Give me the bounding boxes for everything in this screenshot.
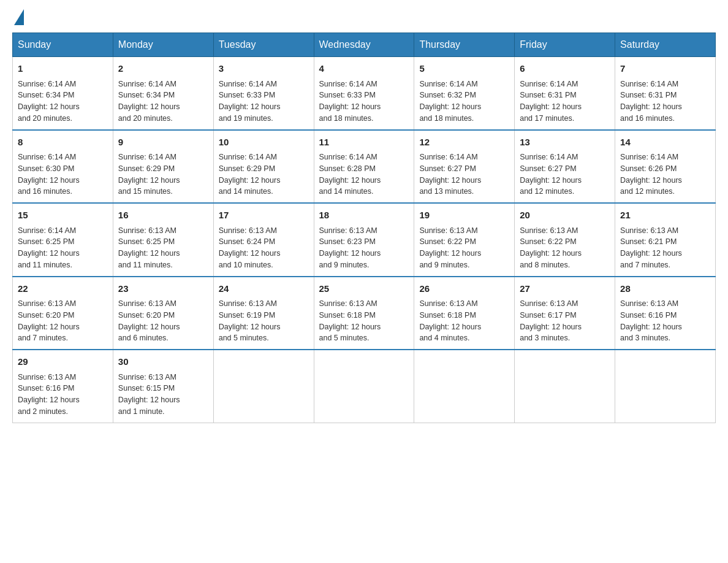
day-info: Sunrise: 6:14 AMSunset: 6:31 PMDaylight:…: [620, 79, 710, 124]
calendar-week-row: 1Sunrise: 6:14 AMSunset: 6:34 PMDaylight…: [13, 57, 716, 130]
calendar-day-cell: 4Sunrise: 6:14 AMSunset: 6:33 PMDaylight…: [314, 57, 414, 130]
day-number: 22: [18, 282, 108, 296]
day-info: Sunrise: 6:13 AMSunset: 6:16 PMDaylight:…: [620, 298, 710, 344]
day-info: Sunrise: 6:14 AMSunset: 6:27 PMDaylight:…: [520, 151, 610, 197]
day-info: Sunrise: 6:14 AMSunset: 6:34 PMDaylight:…: [118, 79, 208, 124]
day-info: Sunrise: 6:13 AMSunset: 6:18 PMDaylight:…: [319, 298, 409, 344]
day-info: Sunrise: 6:14 AMSunset: 6:31 PMDaylight:…: [520, 79, 610, 124]
day-info: Sunrise: 6:14 AMSunset: 6:33 PMDaylight:…: [219, 79, 309, 124]
day-number: 15: [18, 209, 108, 223]
calendar-day-cell: 11Sunrise: 6:14 AMSunset: 6:28 PMDayligh…: [314, 130, 414, 204]
calendar-day-cell: 13Sunrise: 6:14 AMSunset: 6:27 PMDayligh…: [515, 130, 615, 204]
weekday-header-monday: Monday: [113, 33, 213, 57]
day-info: Sunrise: 6:13 AMSunset: 6:20 PMDaylight:…: [18, 298, 108, 344]
calendar-day-cell: 15Sunrise: 6:14 AMSunset: 6:25 PMDayligh…: [13, 203, 113, 277]
day-number: 29: [18, 355, 108, 369]
calendar-table: SundayMondayTuesdayWednesdayThursdayFrid…: [12, 33, 716, 423]
calendar-day-cell: 2Sunrise: 6:14 AMSunset: 6:34 PMDaylight…: [113, 57, 213, 130]
day-number: 10: [219, 136, 309, 150]
calendar-day-cell: [213, 350, 314, 423]
day-info: Sunrise: 6:13 AMSunset: 6:23 PMDaylight:…: [319, 225, 409, 271]
day-info: Sunrise: 6:13 AMSunset: 6:17 PMDaylight:…: [520, 298, 610, 344]
day-number: 24: [219, 282, 309, 296]
day-info: Sunrise: 6:14 AMSunset: 6:28 PMDaylight:…: [319, 151, 409, 197]
calendar-day-cell: [615, 350, 716, 423]
day-number: 4: [319, 62, 409, 76]
day-number: 7: [620, 62, 710, 76]
calendar-day-cell: 9Sunrise: 6:14 AMSunset: 6:29 PMDaylight…: [113, 130, 213, 204]
calendar-day-cell: 26Sunrise: 6:13 AMSunset: 6:18 PMDayligh…: [414, 277, 515, 350]
calendar-week-row: 29Sunrise: 6:13 AMSunset: 6:16 PMDayligh…: [13, 350, 716, 423]
calendar-day-cell: 7Sunrise: 6:14 AMSunset: 6:31 PMDaylight…: [615, 57, 716, 130]
calendar-day-cell: 16Sunrise: 6:13 AMSunset: 6:25 PMDayligh…: [113, 203, 213, 277]
calendar-week-row: 8Sunrise: 6:14 AMSunset: 6:30 PMDaylight…: [13, 130, 716, 204]
calendar-day-cell: 21Sunrise: 6:13 AMSunset: 6:21 PMDayligh…: [615, 203, 716, 277]
day-number: 16: [118, 209, 208, 223]
day-info: Sunrise: 6:13 AMSunset: 6:21 PMDaylight:…: [620, 225, 710, 271]
logo-triangle-icon: [14, 9, 24, 25]
calendar-day-cell: 19Sunrise: 6:13 AMSunset: 6:22 PMDayligh…: [414, 203, 515, 277]
calendar-day-cell: 30Sunrise: 6:13 AMSunset: 6:15 PMDayligh…: [113, 350, 213, 423]
page-header: [12, 12, 716, 20]
calendar-day-cell: 29Sunrise: 6:13 AMSunset: 6:16 PMDayligh…: [13, 350, 113, 423]
day-info: Sunrise: 6:13 AMSunset: 6:20 PMDaylight:…: [118, 298, 208, 344]
day-number: 20: [520, 209, 610, 223]
day-number: 6: [520, 62, 610, 76]
weekday-header-saturday: Saturday: [615, 33, 716, 57]
calendar-day-cell: 27Sunrise: 6:13 AMSunset: 6:17 PMDayligh…: [515, 277, 615, 350]
calendar-day-cell: 22Sunrise: 6:13 AMSunset: 6:20 PMDayligh…: [13, 277, 113, 350]
day-number: 13: [520, 136, 610, 150]
weekday-header-tuesday: Tuesday: [213, 33, 314, 57]
logo: [12, 12, 26, 20]
weekday-header-thursday: Thursday: [414, 33, 515, 57]
calendar-day-cell: 18Sunrise: 6:13 AMSunset: 6:23 PMDayligh…: [314, 203, 414, 277]
day-info: Sunrise: 6:14 AMSunset: 6:32 PMDaylight:…: [419, 79, 509, 124]
day-info: Sunrise: 6:13 AMSunset: 6:15 PMDaylight:…: [118, 372, 208, 418]
day-number: 3: [219, 62, 309, 76]
day-number: 26: [419, 282, 509, 296]
calendar-day-cell: 5Sunrise: 6:14 AMSunset: 6:32 PMDaylight…: [414, 57, 515, 130]
day-number: 8: [18, 136, 108, 150]
calendar-day-cell: 6Sunrise: 6:14 AMSunset: 6:31 PMDaylight…: [515, 57, 615, 130]
calendar-day-cell: 1Sunrise: 6:14 AMSunset: 6:34 PMDaylight…: [13, 57, 113, 130]
calendar-day-cell: 14Sunrise: 6:14 AMSunset: 6:26 PMDayligh…: [615, 130, 716, 204]
weekday-header-friday: Friday: [515, 33, 615, 57]
day-number: 21: [620, 209, 710, 223]
calendar-day-cell: [414, 350, 515, 423]
day-info: Sunrise: 6:13 AMSunset: 6:19 PMDaylight:…: [219, 298, 309, 344]
calendar-day-cell: 23Sunrise: 6:13 AMSunset: 6:20 PMDayligh…: [113, 277, 213, 350]
day-number: 23: [118, 282, 208, 296]
day-info: Sunrise: 6:14 AMSunset: 6:25 PMDaylight:…: [18, 225, 108, 271]
day-number: 5: [419, 62, 509, 76]
day-number: 17: [219, 209, 309, 223]
day-info: Sunrise: 6:13 AMSunset: 6:18 PMDaylight:…: [419, 298, 509, 344]
weekday-header-sunday: Sunday: [13, 33, 113, 57]
day-info: Sunrise: 6:14 AMSunset: 6:27 PMDaylight:…: [419, 151, 509, 197]
day-info: Sunrise: 6:14 AMSunset: 6:29 PMDaylight:…: [118, 151, 208, 197]
day-info: Sunrise: 6:13 AMSunset: 6:16 PMDaylight:…: [18, 372, 108, 418]
logo-top: [12, 12, 26, 25]
day-number: 25: [319, 282, 409, 296]
day-info: Sunrise: 6:14 AMSunset: 6:33 PMDaylight:…: [319, 79, 409, 124]
weekday-header-row: SundayMondayTuesdayWednesdayThursdayFrid…: [13, 33, 716, 57]
calendar-week-row: 15Sunrise: 6:14 AMSunset: 6:25 PMDayligh…: [13, 203, 716, 277]
calendar-day-cell: [515, 350, 615, 423]
calendar-day-cell: 3Sunrise: 6:14 AMSunset: 6:33 PMDaylight…: [213, 57, 314, 130]
day-number: 28: [620, 282, 710, 296]
day-info: Sunrise: 6:14 AMSunset: 6:26 PMDaylight:…: [620, 151, 710, 197]
calendar-day-cell: [314, 350, 414, 423]
calendar-day-cell: 20Sunrise: 6:13 AMSunset: 6:22 PMDayligh…: [515, 203, 615, 277]
day-info: Sunrise: 6:13 AMSunset: 6:22 PMDaylight:…: [520, 225, 610, 271]
day-info: Sunrise: 6:13 AMSunset: 6:25 PMDaylight:…: [118, 225, 208, 271]
day-info: Sunrise: 6:14 AMSunset: 6:29 PMDaylight:…: [219, 151, 309, 197]
day-number: 1: [18, 62, 108, 76]
calendar-day-cell: 10Sunrise: 6:14 AMSunset: 6:29 PMDayligh…: [213, 130, 314, 204]
calendar-day-cell: 17Sunrise: 6:13 AMSunset: 6:24 PMDayligh…: [213, 203, 314, 277]
day-number: 27: [520, 282, 610, 296]
weekday-header-wednesday: Wednesday: [314, 33, 414, 57]
day-number: 9: [118, 136, 208, 150]
calendar-day-cell: 12Sunrise: 6:14 AMSunset: 6:27 PMDayligh…: [414, 130, 515, 204]
day-number: 14: [620, 136, 710, 150]
day-number: 18: [319, 209, 409, 223]
day-number: 12: [419, 136, 509, 150]
